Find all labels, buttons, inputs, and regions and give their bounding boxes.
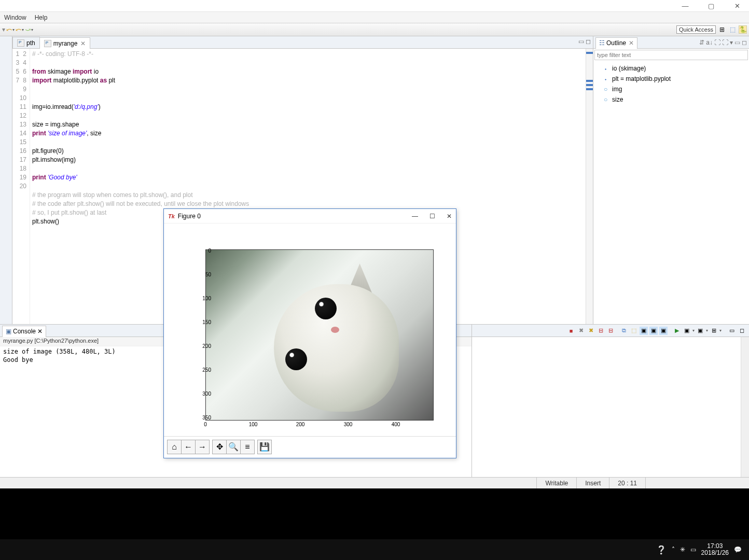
menu-window[interactable]: Window [4,14,26,21]
configure-icon[interactable]: ≡ [240,440,255,454]
outline-filter-input[interactable] [594,50,748,60]
tk-icon: Tk [168,213,175,219]
xtick: 400 [392,422,400,427]
minimize-button[interactable]: — [677,2,693,10]
figure-titlebar[interactable]: Tk Figure 0 — ☐ ✕ [164,209,456,223]
terminate-all-icon[interactable]: ✖ [577,327,585,335]
remove-icon[interactable]: ✖ [587,327,595,335]
expand-icon[interactable]: ⛶ [722,39,728,46]
nav-back-dropdown[interactable]: ▾ [12,27,15,32]
fig-close-button[interactable]: ✕ [447,213,452,220]
zoom-icon[interactable]: 🔍 [226,440,241,454]
figure-window: Tk Figure 0 — ☐ ✕ 0 50 100 150 200 250 3… [163,208,456,458]
tab-pth[interactable]: pth [12,37,40,48]
back-icon[interactable]: ← [181,440,196,454]
fig-maximize-button[interactable]: ☐ [429,213,435,220]
view-maximize-icon[interactable]: ◻ [586,38,591,45]
open-perspective-icon[interactable]: ⊞ [718,25,726,34]
vscroll[interactable] [741,337,749,477]
taskbar-bar[interactable]: ❔ ˄ ✳ ▭ 17:03 2018/1/26 💬 [0,539,749,560]
minimize-icon[interactable]: ▭ [734,39,740,46]
perspective-team-icon[interactable]: ⬚ [728,25,737,34]
perspective-pydev-icon[interactable]: 🐍 [739,25,747,34]
tab-myrange[interactable]: myrange ✕ [39,37,91,49]
ytick: 0 [208,248,211,254]
nav-back-icon[interactable]: ⤺ [6,25,12,34]
console-blank [472,337,749,477]
python-file-icon [17,39,24,47]
close-icon[interactable]: ✕ [37,328,43,335]
status-blank [645,478,749,488]
close-icon[interactable]: ✕ [629,39,634,47]
console-title: Console [13,328,36,335]
tab-label: pth [26,39,35,47]
close-icon[interactable]: ✕ [80,40,86,47]
minimize-icon[interactable]: ▭ [728,327,736,335]
maximize-icon[interactable]: ◻ [742,39,747,46]
ytick: 100 [202,296,211,301]
chevron-up-icon[interactable]: ˄ [672,546,675,553]
home-icon[interactable]: ⌂ [167,440,182,454]
maximize-button[interactable]: ▢ [703,2,719,10]
nav-back2-dropdown[interactable]: ▾ [22,27,24,32]
tray-clock[interactable]: 17:03 2018/1/26 [701,543,729,556]
var-icon: ○ [604,86,609,93]
view-menu-icon[interactable]: ▾ [730,39,733,46]
outline-item[interactable]: ○size [599,94,744,105]
notifications-icon[interactable]: 💬 [734,546,742,553]
show-console-icon[interactable]: ▣ [640,327,648,335]
xtick: 200 [296,422,305,427]
collapse-icon[interactable]: ⛶ [714,39,720,46]
status-insert: Insert [576,478,609,488]
network-icon[interactable]: ▭ [690,546,696,553]
dropdown-icon[interactable]: ▾ [706,328,708,333]
save-icon[interactable]: 💾 [257,440,272,454]
quick-access-button[interactable]: Quick Access [676,25,716,34]
editor-tabs: pth myrange ✕ ▭ ◻ [12,36,593,49]
window-titlebar: — ▢ ✕ [0,0,749,11]
pin-icon[interactable]: ⬚ [630,327,638,335]
console-select-icon[interactable]: ▣ [683,327,691,335]
open-console-icon[interactable]: ▶ [673,327,681,335]
var-icon: ○ [604,96,609,103]
display2-icon[interactable]: ▣ [659,327,668,335]
menu-help[interactable]: Help [35,14,48,21]
terminate-icon[interactable]: ■ [567,327,575,335]
display-icon[interactable]: ▣ [649,327,658,335]
nav-forward-icon[interactable]: ⤻ [25,25,31,34]
new-console-icon[interactable]: ▣ [696,327,704,335]
bluetooth-icon[interactable]: ✳ [680,546,685,553]
nav-back2-icon[interactable]: ⤺ [16,25,22,34]
outline-item[interactable]: ○img [599,84,744,94]
dropdown-icon[interactable]: ▾ [719,328,722,333]
import-icon: ⬩ [604,65,609,72]
menubar: Window Help [0,11,749,23]
main-toolbar: ▾ ⤺▾ ⤺▾ ⤻▾ Quick Access ⊞ ⬚ 🐍 [0,23,749,36]
console-toolbar: ■ ✖ ✖ ⊟ ⊟ ⧉ ⬚ ▣ ▣ ▣ ▶ ▣▾ ▣▾ ⊞▾ ▭ ◻ [472,325,749,337]
forward-icon[interactable]: → [195,440,210,454]
help-tray-icon[interactable]: ❔ [656,545,667,555]
az-icon[interactable]: a↓ [706,39,713,46]
maximize-icon[interactable]: ◻ [738,327,746,335]
outline-tab[interactable]: ☷ Outline ✕ [595,37,637,49]
fig-minimize-button[interactable]: — [412,213,418,220]
clear-icon[interactable]: ⊟ [606,327,615,335]
figure-canvas[interactable]: 0 50 100 150 200 250 300 350 0 100 200 3… [164,223,456,436]
console-tab[interactable]: ▣ Console ✕ [2,326,46,337]
outline-title: Outline [606,39,626,47]
view-minimize-icon[interactable]: ▭ [578,38,584,45]
ytick: 300 [202,391,211,397]
remove-all-icon[interactable]: ⊟ [597,327,605,335]
dropdown-icon[interactable]: ▾ [692,328,695,333]
pan-icon[interactable]: ✥ [212,440,227,454]
scroll-lock-icon[interactable]: ⧉ [620,327,628,335]
more-icon[interactable]: ⊞ [710,327,718,335]
outline-item[interactable]: ⬩plt = matplotlib.pyplot [599,74,744,84]
status-position: 20 : 11 [609,478,645,488]
sort-icon[interactable]: ⇵ [699,39,704,46]
outline-item[interactable]: ⬩io (skimage) [599,63,744,74]
close-button[interactable]: ✕ [729,2,745,10]
toolbar-menu-icon[interactable]: ▾ [2,26,5,33]
console-icon: ▣ [6,328,11,335]
nav-forward-dropdown[interactable]: ▾ [31,27,33,32]
